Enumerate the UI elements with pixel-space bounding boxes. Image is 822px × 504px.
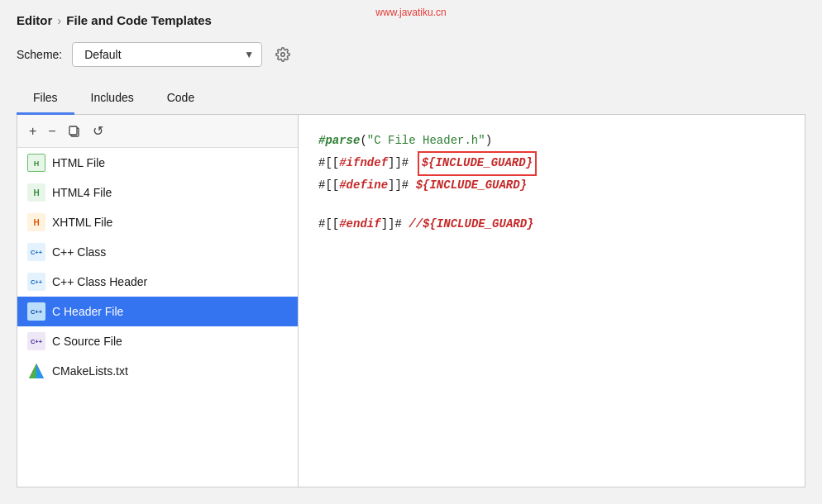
list-item[interactable]: H HTML4 File xyxy=(17,178,298,207)
svg-rect-2 xyxy=(69,126,77,135)
main-content: + − ↺ H xyxy=(17,115,805,487)
c-source-file-icon: C++ xyxy=(27,332,45,350)
breadcrumb-parent: Editor xyxy=(17,13,52,27)
copy-icon xyxy=(68,125,81,138)
list-item-label: C Source File xyxy=(52,335,122,348)
tabs-row: Files Includes Code xyxy=(17,83,805,115)
code-parse-keyword: #parse xyxy=(318,131,360,151)
gear-icon xyxy=(275,47,290,62)
svg-marker-19 xyxy=(36,364,44,378)
svg-text:H: H xyxy=(34,159,40,168)
code-define: #define xyxy=(339,176,388,196)
list-item[interactable]: C++ C Header File xyxy=(17,297,298,326)
copy-button[interactable] xyxy=(63,121,86,141)
svg-text:H: H xyxy=(33,218,39,227)
code-paren-close: ) xyxy=(485,131,492,151)
code-prefix-2: #[[ xyxy=(318,154,339,174)
list-item-label: HTML File xyxy=(52,156,105,169)
html4-file-icon: H xyxy=(27,183,45,202)
code-paren-open: ( xyxy=(360,131,366,151)
breadcrumb-separator: › xyxy=(57,13,61,27)
code-prefix-5: #[[ xyxy=(318,215,339,235)
html-file-icon: H xyxy=(27,154,45,172)
add-button[interactable]: + xyxy=(24,121,41,142)
code-suffix-2: ]]# xyxy=(388,154,409,174)
left-panel: + − ↺ H xyxy=(17,115,299,487)
scheme-select-wrapper: Default Project ▼ xyxy=(72,42,262,67)
code-var-highlighted: ${INCLUDE_GUARD} xyxy=(418,151,537,176)
cmake-icon xyxy=(27,362,45,380)
list-item-label: C Header File xyxy=(52,305,123,318)
code-line-3: #[[#define]]# ${INCLUDE_GUARD} xyxy=(318,176,785,196)
list-item[interactable]: C++ C++ Class xyxy=(17,237,298,267)
code-var-5: //${INCLUDE_GUARD} xyxy=(409,215,533,235)
list-item-label: XHTML File xyxy=(52,216,112,229)
list-item[interactable]: CMakeLists.txt xyxy=(17,356,298,386)
code-line-1: #parse("C File Header.h") xyxy=(318,131,785,151)
list-item[interactable]: H HTML File xyxy=(17,148,298,178)
remove-button[interactable]: − xyxy=(43,121,60,142)
cpp-class-icon: C++ xyxy=(27,243,45,261)
code-suffix-3: ]]# xyxy=(388,176,409,196)
code-line-2: #[[#ifndef]]# ${INCLUDE_GUARD} xyxy=(318,151,785,176)
breadcrumb-current: File and Code Templates xyxy=(66,13,212,27)
code-var-3: ${INCLUDE_GUARD} xyxy=(416,176,527,196)
svg-text:C++: C++ xyxy=(31,338,43,345)
c-header-file-icon: C++ xyxy=(27,302,45,321)
svg-text:C++: C++ xyxy=(31,278,43,286)
list-item-label: HTML4 File xyxy=(52,186,112,199)
scheme-select[interactable]: Default Project xyxy=(72,42,262,67)
xhtml-file-icon: H xyxy=(27,213,45,231)
code-line-5: #[[#endif]]# //${INCLUDE_GUARD} xyxy=(318,215,785,235)
reset-button[interactable]: ↺ xyxy=(88,120,108,142)
code-string: "C File Header.h" xyxy=(367,131,485,151)
code-prefix-3: #[[ xyxy=(318,176,339,196)
svg-text:C++: C++ xyxy=(31,249,43,256)
code-line-4 xyxy=(318,195,785,215)
svg-point-0 xyxy=(281,53,285,57)
code-ifndef: #ifndef xyxy=(339,154,388,174)
list-item-label: C++ Class Header xyxy=(52,275,147,288)
code-endif: #endif xyxy=(339,215,380,235)
cpp-class-header-icon: C++ xyxy=(27,273,45,291)
right-panel: #parse("C File Header.h") #[[#ifndef]]# … xyxy=(299,115,805,487)
toolbar: + − ↺ xyxy=(17,115,298,148)
list-item[interactable]: C++ C++ Class Header xyxy=(17,267,298,297)
gear-button[interactable] xyxy=(272,44,294,65)
breadcrumb: Editor › File and Code Templates xyxy=(17,13,805,27)
scheme-label: Scheme: xyxy=(17,48,62,61)
list-item-label: C++ Class xyxy=(52,245,106,259)
scheme-row: Scheme: Default Project ▼ xyxy=(17,42,805,67)
list-item[interactable]: H XHTML File xyxy=(17,207,298,237)
tab-code[interactable]: Code xyxy=(151,84,211,115)
svg-text:C++: C++ xyxy=(31,308,43,316)
list-item[interactable]: C++ C Source File xyxy=(17,326,298,356)
svg-marker-18 xyxy=(29,364,36,378)
svg-text:H: H xyxy=(33,188,39,197)
file-list: H HTML File H HTML4 File xyxy=(17,148,298,487)
tab-files[interactable]: Files xyxy=(17,84,74,115)
tab-includes[interactable]: Includes xyxy=(74,84,151,115)
list-item-label: CMakeLists.txt xyxy=(52,364,128,378)
code-suffix-5: ]]# xyxy=(381,215,402,235)
